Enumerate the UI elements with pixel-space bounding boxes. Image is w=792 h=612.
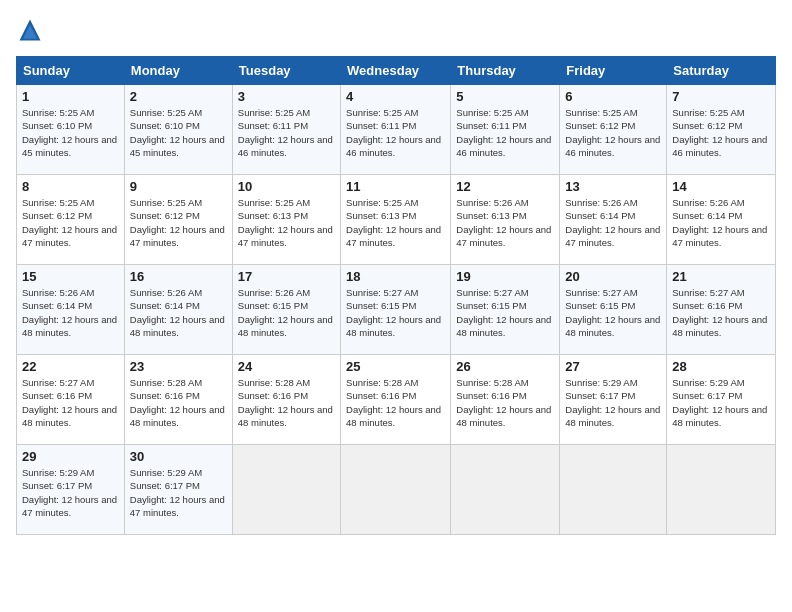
sunset-label: Sunset: 6:17 PM [22, 480, 92, 491]
day-number: 13 [565, 179, 661, 194]
calendar-cell: 24 Sunrise: 5:28 AM Sunset: 6:16 PM Dayl… [232, 355, 340, 445]
calendar-cell: 9 Sunrise: 5:25 AM Sunset: 6:12 PM Dayli… [124, 175, 232, 265]
calendar-week-row: 22 Sunrise: 5:27 AM Sunset: 6:16 PM Dayl… [17, 355, 776, 445]
daylight-label: Daylight: 12 hours and 47 minutes. [565, 224, 660, 248]
daylight-label: Daylight: 12 hours and 48 minutes. [565, 314, 660, 338]
sunrise-label: Sunrise: 5:29 AM [22, 467, 94, 478]
sunset-label: Sunset: 6:15 PM [565, 300, 635, 311]
calendar-cell: 25 Sunrise: 5:28 AM Sunset: 6:16 PM Dayl… [341, 355, 451, 445]
calendar-cell: 28 Sunrise: 5:29 AM Sunset: 6:17 PM Dayl… [667, 355, 776, 445]
day-info: Sunrise: 5:27 AM Sunset: 6:16 PM Dayligh… [22, 376, 119, 429]
day-number: 8 [22, 179, 119, 194]
sunrise-label: Sunrise: 5:25 AM [22, 197, 94, 208]
sunrise-label: Sunrise: 5:29 AM [130, 467, 202, 478]
sunset-label: Sunset: 6:14 PM [130, 300, 200, 311]
day-number: 18 [346, 269, 445, 284]
day-info: Sunrise: 5:29 AM Sunset: 6:17 PM Dayligh… [565, 376, 661, 429]
daylight-label: Daylight: 12 hours and 48 minutes. [22, 314, 117, 338]
daylight-label: Daylight: 12 hours and 47 minutes. [456, 224, 551, 248]
day-number: 28 [672, 359, 770, 374]
calendar-cell: 18 Sunrise: 5:27 AM Sunset: 6:15 PM Dayl… [341, 265, 451, 355]
daylight-label: Daylight: 12 hours and 48 minutes. [238, 404, 333, 428]
day-info: Sunrise: 5:27 AM Sunset: 6:15 PM Dayligh… [565, 286, 661, 339]
calendar-cell: 7 Sunrise: 5:25 AM Sunset: 6:12 PM Dayli… [667, 85, 776, 175]
day-info: Sunrise: 5:25 AM Sunset: 6:11 PM Dayligh… [346, 106, 445, 159]
day-info: Sunrise: 5:25 AM Sunset: 6:12 PM Dayligh… [130, 196, 227, 249]
daylight-label: Daylight: 12 hours and 46 minutes. [346, 134, 441, 158]
calendar-cell: 23 Sunrise: 5:28 AM Sunset: 6:16 PM Dayl… [124, 355, 232, 445]
sunrise-label: Sunrise: 5:25 AM [346, 107, 418, 118]
sunrise-label: Sunrise: 5:26 AM [672, 197, 744, 208]
page-header [16, 16, 776, 44]
sunrise-label: Sunrise: 5:27 AM [672, 287, 744, 298]
daylight-label: Daylight: 12 hours and 48 minutes. [346, 314, 441, 338]
calendar-cell: 3 Sunrise: 5:25 AM Sunset: 6:11 PM Dayli… [232, 85, 340, 175]
day-info: Sunrise: 5:27 AM Sunset: 6:15 PM Dayligh… [346, 286, 445, 339]
day-info: Sunrise: 5:29 AM Sunset: 6:17 PM Dayligh… [672, 376, 770, 429]
sunrise-label: Sunrise: 5:28 AM [130, 377, 202, 388]
header-monday: Monday [124, 57, 232, 85]
daylight-label: Daylight: 12 hours and 47 minutes. [22, 224, 117, 248]
day-number: 22 [22, 359, 119, 374]
daylight-label: Daylight: 12 hours and 47 minutes. [130, 494, 225, 518]
sunrise-label: Sunrise: 5:28 AM [346, 377, 418, 388]
day-number: 7 [672, 89, 770, 104]
sunrise-label: Sunrise: 5:29 AM [565, 377, 637, 388]
daylight-label: Daylight: 12 hours and 48 minutes. [130, 404, 225, 428]
day-number: 1 [22, 89, 119, 104]
day-info: Sunrise: 5:25 AM Sunset: 6:12 PM Dayligh… [672, 106, 770, 159]
sunrise-label: Sunrise: 5:26 AM [130, 287, 202, 298]
header-wednesday: Wednesday [341, 57, 451, 85]
calendar-week-row: 8 Sunrise: 5:25 AM Sunset: 6:12 PM Dayli… [17, 175, 776, 265]
day-info: Sunrise: 5:28 AM Sunset: 6:16 PM Dayligh… [346, 376, 445, 429]
sunset-label: Sunset: 6:16 PM [456, 390, 526, 401]
sunset-label: Sunset: 6:16 PM [346, 390, 416, 401]
header-sunday: Sunday [17, 57, 125, 85]
sunrise-label: Sunrise: 5:25 AM [130, 107, 202, 118]
sunset-label: Sunset: 6:12 PM [130, 210, 200, 221]
calendar-table: Sunday Monday Tuesday Wednesday Thursday… [16, 56, 776, 535]
calendar-cell: 17 Sunrise: 5:26 AM Sunset: 6:15 PM Dayl… [232, 265, 340, 355]
day-number: 12 [456, 179, 554, 194]
day-number: 2 [130, 89, 227, 104]
calendar-cell: 10 Sunrise: 5:25 AM Sunset: 6:13 PM Dayl… [232, 175, 340, 265]
daylight-label: Daylight: 12 hours and 48 minutes. [22, 404, 117, 428]
logo-icon [16, 16, 44, 44]
day-number: 5 [456, 89, 554, 104]
day-number: 6 [565, 89, 661, 104]
sunrise-label: Sunrise: 5:28 AM [238, 377, 310, 388]
calendar-cell: 27 Sunrise: 5:29 AM Sunset: 6:17 PM Dayl… [560, 355, 667, 445]
daylight-label: Daylight: 12 hours and 47 minutes. [346, 224, 441, 248]
daylight-label: Daylight: 12 hours and 45 minutes. [130, 134, 225, 158]
header-tuesday: Tuesday [232, 57, 340, 85]
daylight-label: Daylight: 12 hours and 48 minutes. [456, 314, 551, 338]
day-info: Sunrise: 5:25 AM Sunset: 6:11 PM Dayligh… [456, 106, 554, 159]
calendar-cell: 15 Sunrise: 5:26 AM Sunset: 6:14 PM Dayl… [17, 265, 125, 355]
sunset-label: Sunset: 6:15 PM [238, 300, 308, 311]
calendar-cell: 30 Sunrise: 5:29 AM Sunset: 6:17 PM Dayl… [124, 445, 232, 535]
sunset-label: Sunset: 6:12 PM [565, 120, 635, 131]
day-info: Sunrise: 5:25 AM Sunset: 6:10 PM Dayligh… [130, 106, 227, 159]
calendar-week-row: 15 Sunrise: 5:26 AM Sunset: 6:14 PM Dayl… [17, 265, 776, 355]
weekday-header-row: Sunday Monday Tuesday Wednesday Thursday… [17, 57, 776, 85]
day-info: Sunrise: 5:25 AM Sunset: 6:13 PM Dayligh… [238, 196, 335, 249]
sunrise-label: Sunrise: 5:27 AM [456, 287, 528, 298]
sunset-label: Sunset: 6:11 PM [346, 120, 416, 131]
sunset-label: Sunset: 6:13 PM [346, 210, 416, 221]
day-info: Sunrise: 5:26 AM Sunset: 6:14 PM Dayligh… [672, 196, 770, 249]
sunrise-label: Sunrise: 5:25 AM [22, 107, 94, 118]
sunset-label: Sunset: 6:16 PM [672, 300, 742, 311]
daylight-label: Daylight: 12 hours and 48 minutes. [346, 404, 441, 428]
calendar-cell: 26 Sunrise: 5:28 AM Sunset: 6:16 PM Dayl… [451, 355, 560, 445]
sunset-label: Sunset: 6:14 PM [22, 300, 92, 311]
sunset-label: Sunset: 6:16 PM [22, 390, 92, 401]
sunrise-label: Sunrise: 5:25 AM [456, 107, 528, 118]
day-number: 9 [130, 179, 227, 194]
day-info: Sunrise: 5:25 AM Sunset: 6:12 PM Dayligh… [565, 106, 661, 159]
sunset-label: Sunset: 6:13 PM [238, 210, 308, 221]
daylight-label: Daylight: 12 hours and 46 minutes. [238, 134, 333, 158]
calendar-cell [341, 445, 451, 535]
sunset-label: Sunset: 6:17 PM [130, 480, 200, 491]
calendar-cell: 5 Sunrise: 5:25 AM Sunset: 6:11 PM Dayli… [451, 85, 560, 175]
daylight-label: Daylight: 12 hours and 47 minutes. [22, 494, 117, 518]
